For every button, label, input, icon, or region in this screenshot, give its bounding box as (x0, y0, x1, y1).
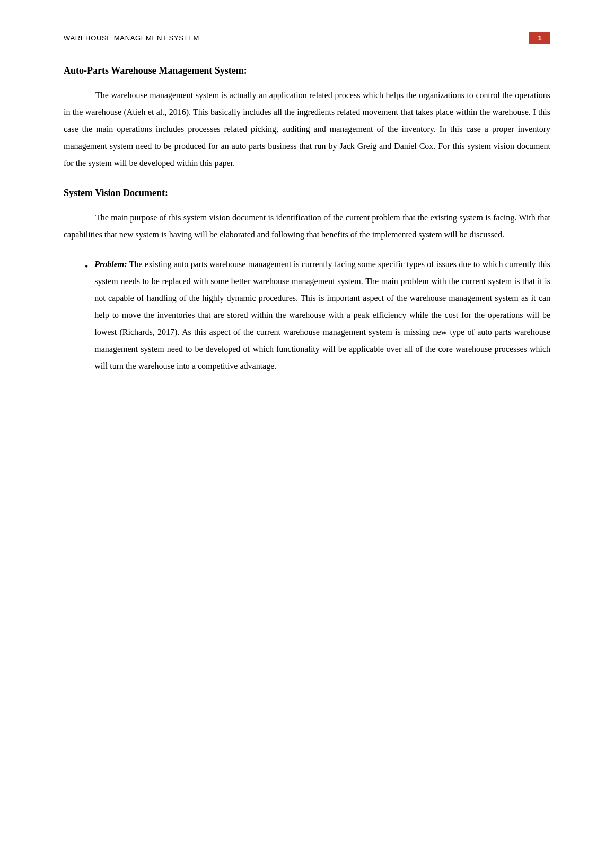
system-vision-paragraph: The main purpose of this system vision d… (64, 209, 550, 243)
bullet-content: Problem: The existing auto parts warehou… (94, 256, 550, 375)
document-title: WAREHOUSE MANAGEMENT SYSTEM (64, 34, 199, 42)
page-number: 1 (529, 32, 550, 44)
bullet-label: Problem: (94, 260, 127, 269)
page: WAREHOUSE MANAGEMENT SYSTEM 1 Auto-Parts… (0, 0, 614, 868)
main-heading: Auto-Parts Warehouse Management System: (64, 65, 550, 76)
bullet-dot-icon: • (85, 257, 88, 276)
system-vision-heading: System Vision Document: (64, 188, 550, 199)
intro-paragraph: The warehouse management system is actua… (64, 87, 550, 172)
bullet-section: • Problem: The existing auto parts wareh… (64, 256, 550, 375)
bullet-text: The existing auto parts warehouse manage… (94, 260, 550, 370)
page-header: WAREHOUSE MANAGEMENT SYSTEM 1 (64, 32, 550, 44)
bullet-item-problem: • Problem: The existing auto parts wareh… (85, 256, 550, 375)
